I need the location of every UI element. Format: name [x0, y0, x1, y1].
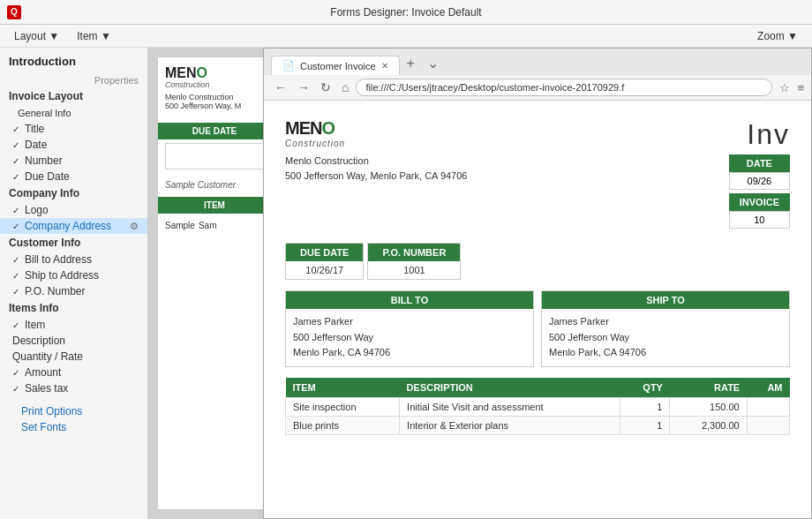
th-item: ITEM: [286, 378, 400, 398]
new-tab-button[interactable]: +: [400, 52, 422, 75]
browser-tab[interactable]: 📄 Customer Invoice ✕: [271, 56, 400, 75]
th-description: DESCRIPTION: [400, 378, 620, 398]
due-date-cell: DUE DATE 10/26/17: [285, 243, 364, 280]
invoice-value-box: 10: [729, 211, 790, 229]
back-button[interactable]: ←: [271, 79, 290, 96]
left-sample-row: Sample Sam: [158, 217, 271, 234]
tab-close-button[interactable]: ✕: [381, 61, 388, 71]
company-address: Menlo Construction 500 Jefferson Way, Me…: [285, 154, 467, 183]
forward-button[interactable]: →: [294, 79, 313, 96]
left-panel-company: MENO Construction Menlo Construction 500…: [158, 57, 271, 119]
tab-options[interactable]: ⌄: [422, 51, 444, 75]
sidebar-item-number[interactable]: Number: [0, 153, 147, 169]
invoice-content: MENO Construction Menlo Construction 500…: [264, 101, 811, 518]
amount-cell: [747, 416, 789, 434]
ship-to-box: SHIP TO James Parker 500 Jefferson Way M…: [541, 290, 790, 367]
content-area: MENO Construction Menlo Construction 500…: [148, 48, 812, 519]
qty-cell: 1: [620, 416, 670, 434]
refresh-button[interactable]: ↻: [317, 79, 335, 96]
extensions-icon[interactable]: ≡: [797, 81, 804, 94]
menu-bar: Layout ▼ Item ▼ Zoom ▼: [0, 25, 812, 48]
date-value-box: 09/26: [729, 172, 790, 190]
po-number-cell: P.O. NUMBER 1001: [367, 243, 461, 280]
sidebar-item-due-date[interactable]: Due Date: [0, 169, 147, 184]
rate-cell: 2,300.00: [670, 416, 747, 434]
left-company-name: Menlo Construction: [165, 93, 264, 102]
sidebar-item-amount[interactable]: Amount: [0, 365, 147, 380]
company-logo-sub: Construction: [285, 139, 467, 148]
sidebar-item-quantity-rate[interactable]: Quantity / Rate: [0, 349, 147, 365]
description-cell: Interior & Exterior plans: [400, 416, 620, 434]
group-items-info: Items Info: [0, 299, 147, 317]
ship-to-content: James Parker 500 Jefferson Way Menlo Par…: [542, 309, 789, 366]
gear-icon[interactable]: ⚙: [130, 221, 139, 232]
item-cell: Site inspection: [286, 397, 400, 416]
properties-label: Properties: [0, 71, 147, 87]
zoom-menu[interactable]: Zoom ▼: [750, 27, 805, 45]
item-cell: Blue prints: [286, 416, 400, 434]
tab-favicon: 📄: [282, 60, 295, 71]
description-cell: Initial Site Visit and assessment: [400, 397, 620, 416]
sidebar-item-bill-to[interactable]: Bill to Address: [0, 252, 147, 267]
item-menu[interactable]: Item ▼: [70, 27, 118, 45]
invoice-header: MENO Construction Menlo Construction 500…: [285, 118, 790, 229]
invoice-big-title: Inv: [729, 118, 790, 151]
bill-to-box: BILL TO James Parker 500 Jefferson Way M…: [285, 290, 534, 367]
company-logo: MENO: [285, 118, 335, 139]
address-bar: ← → ↻ ⌂ ☆ ≡: [264, 75, 811, 100]
address-input[interactable]: [356, 79, 772, 96]
date-label-box: DATE: [729, 154, 790, 172]
layout-menu[interactable]: Layout ▼: [7, 27, 66, 45]
left-item-bar: ITEM: [158, 197, 271, 214]
title-bar: Q Forms Designer: Invoice Default: [0, 0, 812, 25]
sidebar-header: Introduction: [0, 48, 147, 71]
sidebar-item-date[interactable]: Date: [0, 137, 147, 153]
th-qty: QTY: [620, 378, 670, 398]
table-row: Site inspection Initial Site Visit and a…: [286, 397, 790, 416]
invoice-logo-area: MENO Construction Menlo Construction 500…: [285, 118, 467, 183]
table-row: Blue prints Interior & Exterior plans 1 …: [286, 416, 790, 434]
sidebar: Introduction Properties Invoice Layout G…: [0, 48, 148, 519]
qty-cell: 1: [620, 397, 670, 416]
th-rate: RATE: [670, 378, 747, 398]
line-items-body: Site inspection Initial Site Visit and a…: [286, 397, 790, 434]
bill-ship-row: BILL TO James Parker 500 Jefferson Way M…: [285, 290, 790, 367]
invoice-bg: MENO Construction Menlo Construction 500…: [148, 48, 812, 519]
main-layout: Introduction Properties Invoice Layout G…: [0, 48, 812, 519]
sidebar-item-print-options[interactable]: Print Options: [0, 403, 147, 419]
left-company-address: 500 Jefferson Way, M: [165, 102, 264, 110]
tab-label: Customer Invoice: [300, 61, 376, 71]
group-customer-info: Customer Info: [0, 234, 147, 252]
due-po-table: DUE DATE 10/26/17 P.O. NUMBER 1001: [285, 243, 790, 280]
home-button[interactable]: ⌂: [338, 79, 352, 96]
sidebar-item-logo[interactable]: Logo: [0, 202, 147, 218]
left-customer: Sample Customer: [158, 177, 271, 193]
amount-cell: [747, 397, 789, 416]
rate-cell: 150.00: [670, 397, 747, 416]
th-amount: AM: [747, 378, 789, 398]
browser-chrome: 📄 Customer Invoice ✕ + ⌄ ← → ↻ ⌂ ☆: [264, 49, 811, 101]
items-table: ITEM DESCRIPTION QTY RATE AM Site inspec…: [285, 378, 790, 435]
sidebar-item-ship-to[interactable]: Ship to Address: [0, 267, 147, 283]
left-due-date-bar: DUE DATE: [158, 123, 271, 139]
sidebar-item-sales-tax[interactable]: Sales tax: [0, 380, 147, 396]
app-title: Forms Designer: Invoice Default: [330, 6, 481, 19]
sidebar-item-title[interactable]: Title: [0, 121, 147, 137]
sidebar-item-po-number[interactable]: P.O. Number: [0, 283, 147, 299]
browser-window: 📄 Customer Invoice ✕ + ⌄ ← → ↻ ⌂ ☆: [263, 48, 812, 519]
invoice-label-box: INVOICE: [729, 193, 790, 211]
bookmark-icon[interactable]: ☆: [779, 81, 790, 94]
group-company-info: Company Info: [0, 184, 147, 202]
bill-to-content: James Parker 500 Jefferson Way Menlo Par…: [286, 309, 533, 366]
group-invoice-layout: Invoice Layout: [0, 87, 147, 105]
group-general-info: General Info: [0, 105, 147, 121]
sidebar-item-set-fonts[interactable]: Set Fonts: [0, 419, 147, 435]
app-icon: Q: [7, 5, 21, 19]
left-due-date-box: [165, 143, 264, 169]
invoice-title-right: Inv DATE 09/26 INVOICE 10: [729, 118, 790, 229]
sidebar-item-item[interactable]: Item: [0, 317, 147, 333]
sidebar-item-description[interactable]: Description: [0, 333, 147, 349]
tab-bar: 📄 Customer Invoice ✕ + ⌄: [264, 49, 811, 75]
left-panel: MENO Construction Menlo Construction 500…: [157, 56, 272, 510]
sidebar-item-company-address[interactable]: Company Address ⚙: [0, 218, 147, 234]
